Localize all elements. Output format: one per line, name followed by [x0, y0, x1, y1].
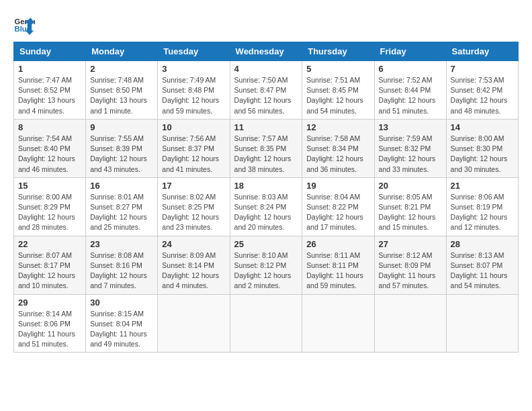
weekday-header: Wednesday [230, 42, 302, 61]
day-number: 4 [234, 64, 298, 74]
day-number: 6 [379, 64, 442, 74]
day-info: Sunrise: 7:51 AMSunset: 8:45 PMDaylight:… [306, 75, 369, 116]
day-info: Sunrise: 8:08 AMSunset: 8:16 PMDaylight:… [90, 250, 153, 291]
calendar-week-row: 8Sunrise: 7:54 AMSunset: 8:40 PMDaylight… [14, 119, 519, 177]
calendar-cell: 18Sunrise: 8:03 AMSunset: 8:24 PMDayligh… [230, 177, 302, 236]
day-info: Sunrise: 7:47 AMSunset: 8:52 PMDaylight:… [18, 75, 81, 116]
day-info: Sunrise: 7:53 AMSunset: 8:42 PMDaylight:… [451, 75, 514, 116]
calendar-cell: 12Sunrise: 7:58 AMSunset: 8:34 PMDayligh… [302, 119, 374, 177]
day-info: Sunrise: 8:04 AMSunset: 8:22 PMDaylight:… [306, 192, 369, 233]
calendar-cell: 1Sunrise: 7:47 AMSunset: 8:52 PMDaylight… [14, 61, 86, 120]
calendar-cell: 22Sunrise: 8:07 AMSunset: 8:17 PMDayligh… [14, 236, 86, 294]
day-number: 20 [379, 181, 442, 191]
calendar-cell: 29Sunrise: 8:14 AMSunset: 8:06 PMDayligh… [14, 294, 86, 353]
calendar-cell: 26Sunrise: 8:11 AMSunset: 8:11 PMDayligh… [302, 236, 374, 294]
day-info: Sunrise: 8:10 AMSunset: 8:12 PMDaylight:… [234, 250, 298, 291]
day-number: 5 [306, 64, 369, 74]
day-info: Sunrise: 8:09 AMSunset: 8:14 PMDaylight:… [162, 250, 225, 291]
day-number: 29 [18, 298, 81, 308]
day-info: Sunrise: 8:05 AMSunset: 8:21 PMDaylight:… [379, 192, 442, 233]
day-number: 1 [18, 64, 81, 74]
day-info: Sunrise: 7:50 AMSunset: 8:47 PMDaylight:… [234, 75, 298, 116]
day-info: Sunrise: 8:13 AMSunset: 8:07 PMDaylight:… [451, 250, 514, 291]
day-number: 2 [90, 64, 153, 74]
day-info: Sunrise: 7:58 AMSunset: 8:34 PMDaylight:… [306, 134, 369, 175]
calendar-cell: 28Sunrise: 8:13 AMSunset: 8:07 PMDayligh… [446, 236, 518, 294]
day-info: Sunrise: 7:52 AMSunset: 8:44 PMDaylight:… [379, 75, 442, 116]
calendar-cell: 21Sunrise: 8:06 AMSunset: 8:19 PMDayligh… [446, 177, 518, 236]
calendar-cell: 17Sunrise: 8:02 AMSunset: 8:25 PMDayligh… [158, 177, 230, 236]
day-number: 8 [18, 122, 81, 132]
weekday-header: Sunday [14, 42, 86, 61]
calendar-cell: 3Sunrise: 7:49 AMSunset: 8:48 PMDaylight… [158, 61, 230, 120]
calendar-cell: 20Sunrise: 8:05 AMSunset: 8:21 PMDayligh… [374, 177, 446, 236]
calendar-cell: 2Sunrise: 7:48 AMSunset: 8:50 PMDaylight… [86, 61, 158, 120]
calendar-cell: 19Sunrise: 8:04 AMSunset: 8:22 PMDayligh… [302, 177, 374, 236]
day-number: 18 [234, 181, 298, 191]
calendar-cell: 9Sunrise: 7:55 AMSunset: 8:39 PMDaylight… [86, 119, 158, 177]
day-number: 13 [379, 122, 442, 132]
calendar-cell: 13Sunrise: 7:59 AMSunset: 8:32 PMDayligh… [374, 119, 446, 177]
day-info: Sunrise: 8:02 AMSunset: 8:25 PMDaylight:… [162, 192, 225, 233]
day-info: Sunrise: 8:11 AMSunset: 8:11 PMDaylight:… [306, 250, 369, 291]
day-info: Sunrise: 7:48 AMSunset: 8:50 PMDaylight:… [90, 75, 153, 116]
day-number: 26 [306, 239, 369, 249]
calendar-cell: 4Sunrise: 7:50 AMSunset: 8:47 PMDaylight… [230, 61, 302, 120]
day-number: 3 [162, 64, 225, 74]
day-info: Sunrise: 7:49 AMSunset: 8:48 PMDaylight:… [162, 75, 225, 116]
day-number: 9 [90, 122, 153, 132]
day-number: 27 [379, 239, 442, 249]
day-number: 28 [451, 239, 514, 249]
day-info: Sunrise: 7:55 AMSunset: 8:39 PMDaylight:… [90, 134, 153, 175]
calendar-cell: 8Sunrise: 7:54 AMSunset: 8:40 PMDaylight… [14, 119, 86, 177]
calendar-cell: 27Sunrise: 8:12 AMSunset: 8:09 PMDayligh… [374, 236, 446, 294]
day-number: 17 [162, 181, 225, 191]
day-info: Sunrise: 8:00 AMSunset: 8:30 PMDaylight:… [451, 134, 514, 175]
calendar-cell: 10Sunrise: 7:56 AMSunset: 8:37 PMDayligh… [158, 119, 230, 177]
calendar-week-row: 22Sunrise: 8:07 AMSunset: 8:17 PMDayligh… [14, 236, 519, 294]
calendar-cell [374, 294, 446, 353]
weekday-header: Tuesday [158, 42, 230, 61]
day-number: 19 [306, 181, 369, 191]
day-info: Sunrise: 8:14 AMSunset: 8:06 PMDaylight:… [18, 309, 81, 350]
calendar-table: SundayMondayTuesdayWednesdayThursdayFrid… [13, 42, 519, 353]
calendar-week-row: 15Sunrise: 8:00 AMSunset: 8:29 PMDayligh… [14, 177, 519, 236]
weekday-header: Saturday [446, 42, 518, 61]
logo-icon: General Blue [13, 13, 35, 35]
day-info: Sunrise: 8:07 AMSunset: 8:17 PMDaylight:… [18, 250, 81, 291]
day-info: Sunrise: 8:00 AMSunset: 8:29 PMDaylight:… [18, 192, 81, 233]
day-number: 15 [18, 181, 81, 191]
day-number: 24 [162, 239, 225, 249]
calendar-cell: 30Sunrise: 8:15 AMSunset: 8:04 PMDayligh… [86, 294, 158, 353]
calendar-cell [230, 294, 302, 353]
calendar-cell: 16Sunrise: 8:01 AMSunset: 8:27 PMDayligh… [86, 177, 158, 236]
calendar-cell: 11Sunrise: 7:57 AMSunset: 8:35 PMDayligh… [230, 119, 302, 177]
day-number: 21 [451, 181, 514, 191]
day-number: 25 [234, 239, 298, 249]
day-number: 14 [451, 122, 514, 132]
day-number: 7 [451, 64, 514, 74]
weekday-header: Friday [374, 42, 446, 61]
calendar-cell: 7Sunrise: 7:53 AMSunset: 8:42 PMDaylight… [446, 61, 518, 120]
day-number: 11 [234, 122, 298, 132]
day-info: Sunrise: 8:06 AMSunset: 8:19 PMDaylight:… [451, 192, 514, 233]
day-info: Sunrise: 8:01 AMSunset: 8:27 PMDaylight:… [90, 192, 153, 233]
day-number: 12 [306, 122, 369, 132]
day-info: Sunrise: 8:15 AMSunset: 8:04 PMDaylight:… [90, 309, 153, 350]
day-number: 10 [162, 122, 225, 132]
day-info: Sunrise: 7:56 AMSunset: 8:37 PMDaylight:… [162, 134, 225, 175]
day-number: 30 [90, 298, 153, 308]
calendar-cell: 23Sunrise: 8:08 AMSunset: 8:16 PMDayligh… [86, 236, 158, 294]
calendar-cell: 14Sunrise: 8:00 AMSunset: 8:30 PMDayligh… [446, 119, 518, 177]
calendar-header-row: SundayMondayTuesdayWednesdayThursdayFrid… [14, 42, 519, 61]
weekday-header: Monday [86, 42, 158, 61]
page-header: General Blue [13, 13, 519, 35]
day-number: 16 [90, 181, 153, 191]
calendar-week-row: 29Sunrise: 8:14 AMSunset: 8:06 PMDayligh… [14, 294, 519, 353]
calendar-cell: 5Sunrise: 7:51 AMSunset: 8:45 PMDaylight… [302, 61, 374, 120]
day-number: 22 [18, 239, 81, 249]
calendar-cell [446, 294, 518, 353]
logo: General Blue [13, 13, 36, 35]
day-number: 23 [90, 239, 153, 249]
calendar-week-row: 1Sunrise: 7:47 AMSunset: 8:52 PMDaylight… [14, 61, 519, 120]
